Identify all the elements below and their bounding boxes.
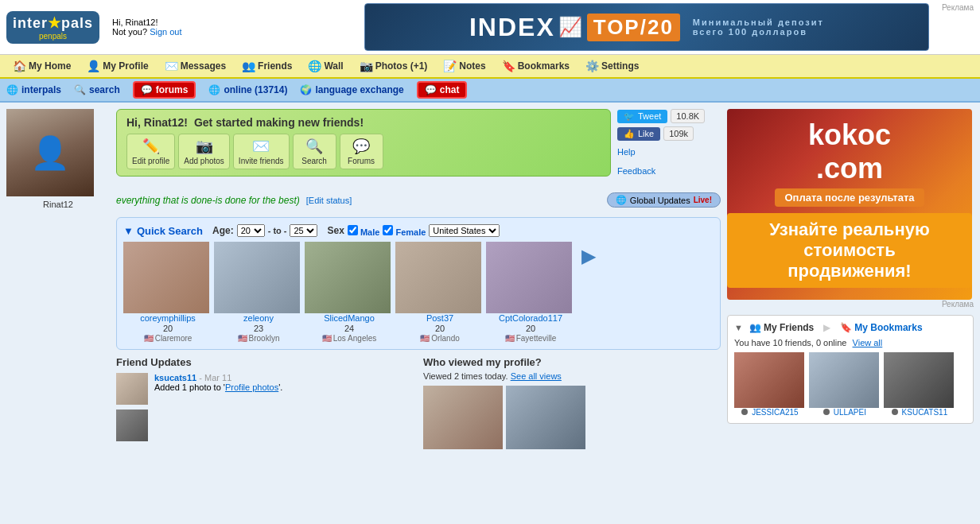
sign-out-link[interactable]: Sign out	[150, 27, 181, 37]
female-checkbox-label: Female	[383, 225, 426, 237]
help-link[interactable]: Help	[617, 147, 721, 157]
nav-bar: 🏠 My Home 👤 My Profile ✉️ Messages 👥 Fri…	[0, 55, 980, 79]
qs-age-2: 23	[254, 324, 263, 333]
subnav-online-label: online (13714)	[224, 84, 287, 95]
edit-profile-icon: ✏️	[142, 138, 160, 155]
invite-friends-btn[interactable]: ✉️ Invite friends	[233, 134, 290, 169]
qs-person-1: coreymphillips 20 🇺🇸 Claremore	[123, 242, 212, 343]
profile-card: 👤 Rinat12	[6, 109, 110, 209]
twitter-icon: 🐦	[624, 111, 635, 122]
status-text: everything that is done-is done for the …	[116, 195, 300, 206]
nav-notes[interactable]: 📝 Notes	[437, 56, 492, 76]
facebook-icon: 👍	[624, 129, 635, 139]
nav-wall[interactable]: 🌐 Wall	[301, 56, 349, 76]
header: inter★pals penpals Hi, Rinat12! Not you?…	[0, 0, 980, 55]
age-to-select[interactable]: 253020	[290, 224, 317, 237]
quick-search-header: ▼ Quick Search Age: 20212518 - to - 2530…	[123, 224, 714, 237]
subnav-online[interactable]: 🌐 online (13714)	[208, 84, 287, 95]
nav-my-home[interactable]: 🏠 My Home	[6, 56, 77, 76]
female-checkbox[interactable]	[383, 225, 393, 235]
qs-name-3[interactable]: SlicedMango	[305, 313, 394, 323]
edit-profile-label: Edit profile	[132, 157, 169, 165]
qs-next-button[interactable]: ▶	[578, 242, 599, 270]
view-all-link[interactable]: View all	[853, 338, 883, 347]
global-updates-label: Global Updates	[630, 196, 690, 205]
nav-wall-label: Wall	[324, 60, 343, 72]
nav-messages[interactable]: ✉️ Messages	[158, 56, 232, 76]
subnav-interpals[interactable]: 🌐 interpals	[6, 84, 61, 95]
update-name-1[interactable]: ksucats11	[154, 373, 196, 382]
qs-name-4[interactable]: Post37	[395, 313, 484, 323]
female-label: Female	[395, 227, 426, 237]
tweet-count: 10.8K	[671, 109, 705, 123]
subnav-search[interactable]: 🔍 search	[74, 84, 120, 95]
feedback-link[interactable]: Feedback	[617, 166, 721, 176]
qs-name-2[interactable]: zeleony	[214, 313, 303, 323]
qs-location-4: 🇺🇸 Orlando	[395, 334, 484, 343]
edit-profile-btn[interactable]: ✏️ Edit profile	[126, 134, 175, 169]
age-from-select[interactable]: 20212518	[237, 224, 265, 237]
my-bookmarks-label: My Bookmarks	[854, 322, 922, 333]
online-icon: 🌐	[208, 84, 220, 95]
profile-name: Rinat12	[6, 200, 110, 209]
search-action-icon: 🔍	[305, 138, 323, 155]
friends-count: You have 10 friends, 0 online View all	[734, 338, 966, 347]
forums-action-icon: 💬	[352, 138, 370, 155]
action-buttons: ✏️ Edit profile 📷 Add photos ✉️ Invite f…	[126, 134, 601, 169]
qs-name-5[interactable]: CptColorado117	[486, 313, 575, 323]
profile-photo: 👤	[6, 109, 94, 196]
nav-photos[interactable]: 📷 Photos (+1)	[353, 56, 434, 76]
nav-my-home-label: My Home	[29, 60, 71, 72]
qs-arrow-icon: ▼	[123, 225, 134, 237]
update-link-1[interactable]: Profile photos	[225, 382, 278, 392]
tweet-button[interactable]: 🐦 Tweet	[617, 110, 667, 123]
city-2: Brooklyn	[249, 334, 280, 343]
friend-name-3[interactable]: KSUCATS11	[902, 408, 948, 417]
qs-person-4: Post37 20 🇺🇸 Orlando	[395, 242, 484, 343]
nav-settings[interactable]: ⚙️ Settings	[579, 56, 645, 76]
greeting-hi: Hi, Rinat12!	[112, 17, 181, 27]
bookmarks-tab-icon: 🔖	[840, 322, 852, 333]
like-button[interactable]: 👍 Like	[617, 127, 660, 141]
flag-3: 🇺🇸	[322, 334, 332, 343]
subnav-language[interactable]: 🌍 language exchange	[300, 84, 403, 95]
subnav-search-label: search	[89, 84, 120, 95]
country-select[interactable]: United States Canada Any	[429, 224, 500, 237]
nav-bookmarks[interactable]: 🔖 Bookmarks	[496, 56, 576, 76]
friend-avatar-2	[809, 352, 879, 408]
interpals-globe-icon: 🌐	[6, 84, 18, 95]
friend-updates-section: Friend Updates ksucats11 - Mar 11 Added …	[116, 356, 414, 449]
social-side: 🐦 Tweet 10.8K 👍 Like 109k Help	[617, 109, 721, 183]
global-updates-button[interactable]: 🌐 Global Updates Live!	[607, 192, 721, 208]
friends-count-text: You have 10 friends, 0 online	[734, 338, 846, 347]
my-bookmarks-tab[interactable]: 🔖 My Bookmarks	[840, 322, 922, 333]
who-viewed: Who viewed my profile? Viewed 2 times to…	[423, 356, 721, 449]
qs-to-label: - to -	[268, 226, 287, 235]
subnav-forums[interactable]: 💬 forums	[133, 81, 196, 99]
logo-sub: penpals	[39, 32, 67, 41]
friend-avatar-3	[884, 352, 954, 408]
user-greeting: Hi, Rinat12! Not you? Sign out	[112, 17, 181, 37]
home-icon: 🏠	[13, 60, 26, 72]
nav-friends[interactable]: 👥 Friends	[235, 56, 298, 76]
qs-age-4: 20	[435, 324, 445, 333]
friends-panel: ▼ 👥 My Friends ▶ 🔖 My Bookmarks You have…	[727, 315, 974, 424]
my-friends-tab[interactable]: 👥 My Friends	[749, 322, 814, 333]
male-checkbox[interactable]	[348, 225, 358, 235]
friend-avatars: JESSICA215 ULLAPEI KSUCATS11	[734, 352, 966, 417]
viewer-photos	[423, 386, 721, 449]
viewed-count-text: Viewed 2 times today.	[423, 371, 508, 381]
add-photos-btn[interactable]: 📷 Add photos	[178, 134, 230, 169]
forums-btn[interactable]: 💬 Forums	[340, 134, 383, 169]
nav-my-profile[interactable]: 👤 My Profile	[80, 56, 154, 76]
qs-photo-4	[395, 242, 481, 313]
see-all-views-link[interactable]: See all views	[511, 371, 562, 381]
edit-status-link[interactable]: [Edit status]	[306, 196, 352, 205]
friend-name-1[interactable]: JESSICA215	[752, 408, 798, 417]
friend-status-1: JESSICA215	[734, 408, 806, 417]
qs-name-1[interactable]: coreymphillips	[123, 313, 212, 323]
subnav-chat[interactable]: 💬 chat	[417, 81, 468, 99]
friend-name-2[interactable]: ULLAPEI	[834, 408, 866, 417]
search-btn[interactable]: 🔍 Search	[293, 134, 336, 169]
tweet-label: Tweet	[638, 111, 661, 121]
